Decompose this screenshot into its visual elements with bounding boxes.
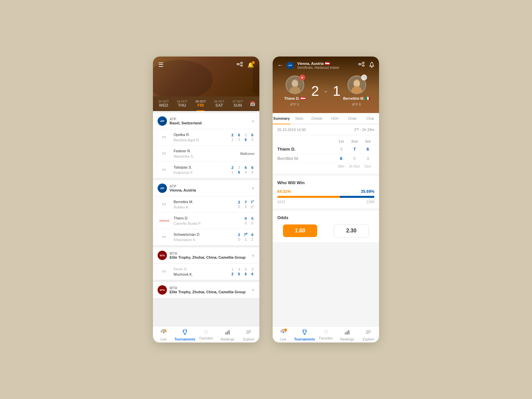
svg-point-14 — [363, 62, 364, 64]
svg-point-1 — [241, 62, 243, 64]
date-wed[interactable]: 24 Oct WED — [154, 96, 173, 111]
players-kenin: Kenin S. Muchová K. — [174, 266, 227, 277]
svg-rect-26 — [345, 332, 346, 334]
nav-live[interactable]: Live — [153, 329, 174, 341]
sets-row-berrettini: Berrittini M. 6 5 3 — [277, 154, 374, 163]
player2-heart[interactable]: ♡ — [361, 74, 367, 80]
tourney-location-basel: Basel, Switzerland — [170, 121, 202, 125]
right-tournaments-icon — [302, 329, 308, 336]
tournament-basel: ATP ATP Basel, Switzerland ∧ — [153, 113, 259, 129]
match-tsitsipas-krajinovic[interactable]: FT Tsitsipas S. Krajinović F. 2 1 3 6 6 … — [153, 162, 259, 178]
match-schwartzman-khachanov[interactable]: FT Schwartzman D. Khachanov K. 2 0 7B 6 … — [153, 229, 259, 245]
right-nav-favorites[interactable]: ♡ Favorites — [315, 329, 336, 341]
nav-rankings[interactable]: Rankings — [217, 329, 238, 341]
set-header-3rd: 3rd — [361, 139, 374, 143]
match-thiem-carreno[interactable]: Retired Thiem D. Carreño Busta P. 0 0 5 … — [153, 213, 259, 229]
set-time-2: 1h 01m — [348, 165, 361, 168]
player2-rublev: Rublev A. — [174, 204, 234, 210]
back-button[interactable]: ← — [277, 62, 283, 69]
share-icon[interactable] — [237, 62, 243, 68]
player2-name: Bautista Agut R. — [174, 137, 227, 143]
collapse-icon-wta2[interactable]: ∨ — [252, 288, 255, 292]
nav-explore[interactable]: Explore — [238, 329, 259, 341]
set-time-1: 39m — [334, 165, 348, 168]
svg-rect-27 — [346, 331, 348, 334]
svg-point-2 — [241, 65, 243, 66]
svg-rect-7 — [225, 332, 226, 334]
scores-opelka: 2 1 6 3 3 6 6 3 — [230, 133, 255, 142]
player2-card: ♡ Berrettini M. 🇮🇹 ATP 8. — [342, 75, 372, 106]
nav-tournaments[interactable]: Tournaments — [174, 329, 196, 341]
tab-details[interactable]: Details — [308, 113, 326, 124]
thiem-set3: 6 — [361, 147, 374, 152]
tab-stats[interactable]: Stats — [290, 113, 308, 124]
nav-rankings-label: Rankings — [220, 337, 234, 341]
match-kenin-muchova[interactable]: FT Kenin S. Muchová K. 1 2 4 6 4 6 — [153, 264, 259, 280]
right-nav-explore[interactable]: Explore — [358, 329, 379, 341]
left-hero: ☰ 🔔 — [153, 57, 259, 96]
right-nav-rankings[interactable]: Rankings — [336, 329, 358, 341]
odd-button-2[interactable]: 2.30 — [334, 224, 369, 237]
sets-player1-name: Thiem D. — [277, 147, 334, 152]
odds-title: Odds — [277, 215, 374, 220]
player1-schwartzman: Schwartzman D. — [174, 232, 234, 237]
svg-point-5 — [163, 331, 165, 333]
right-nav-tournaments[interactable]: Tournaments — [294, 329, 315, 341]
collapse-icon-basel[interactable]: ∧ — [252, 119, 255, 123]
tourney-info-basel: ATP ATP Basel, Switzerland — [158, 116, 202, 126]
notif-dot — [252, 61, 255, 64]
right-nav-live[interactable]: Live — [273, 329, 294, 341]
tourney-type-wta2: WTA — [170, 286, 245, 290]
match-federer-warwinka[interactable]: FT Federer R. Warwinka S. Walkover — [153, 146, 259, 162]
player2-carreno: Carreño Busta P. — [174, 221, 241, 226]
live-dot-right — [284, 329, 287, 331]
tab-h2h[interactable]: H2H — [326, 113, 343, 124]
notification-icon-right[interactable] — [369, 62, 374, 69]
tournament-vienna: ATP ATP Vienna, Austria ∧ — [153, 180, 259, 197]
nav-explore-label: Explore — [243, 337, 254, 341]
collapse-icon-wta1[interactable]: ∧ — [252, 253, 255, 258]
win-bar-fill — [277, 196, 374, 198]
svg-line-3 — [238, 63, 241, 64]
nav-favorites[interactable]: ♡ Favorites — [196, 329, 217, 341]
collapse-icon-vienna[interactable]: ∧ — [252, 186, 255, 191]
calendar-icon[interactable]: 📅 — [247, 98, 258, 109]
date-fri[interactable]: 25 Oct FRI — [192, 96, 210, 111]
player1-label: Thiem D. 🇦🇹 — [284, 96, 306, 101]
main-score: 2 - 1 — [311, 84, 340, 98]
share-icon-right[interactable] — [358, 62, 364, 69]
tourney-info-wta2: WTA WTA Elite Trophy, Zhuhai, China, Cam… — [158, 285, 245, 295]
rankings-icon — [224, 329, 230, 336]
tab-draw[interactable]: Draw — [343, 113, 361, 124]
match-tourney-name: Vienna, Austria 🇦🇹 — [297, 61, 355, 66]
player1-rank: ATP 5. — [290, 103, 300, 106]
left-bottom-nav: Live Tournaments ♡ Favorites — [153, 326, 259, 342]
player2-khachanov: Khachanov K. — [174, 237, 234, 242]
date-sun[interactable]: 27 Oct SUN — [228, 96, 247, 111]
win-percentages: 64.31% 35.69% — [277, 189, 374, 194]
tab-summary[interactable]: Summary — [273, 113, 290, 124]
atp-badge-basel: ATP — [158, 116, 167, 126]
odd-button-1[interactable]: 1.60 — [283, 224, 317, 237]
odds-section: Odds 1.60 2.30 — [273, 210, 379, 242]
match-status-ft6: FT — [158, 270, 171, 273]
menu-icon[interactable]: ☰ — [158, 61, 164, 68]
date-sat[interactable]: 26 Oct SAT — [210, 96, 228, 111]
match-berrettini-rublev[interactable]: FT Berrettini M. Rublev A. 2 0 7 5 77 64 — [153, 197, 259, 213]
right-nav-explore-label: Explore — [363, 337, 374, 341]
bar-orange — [277, 196, 340, 198]
players-tsitsipas: Tsitsipas S. Krajinović F. — [174, 165, 227, 175]
count-right: 2398 — [366, 200, 374, 204]
player2-rank: ATP 8. — [352, 103, 362, 106]
tab-chat[interactable]: Chat — [361, 113, 379, 124]
matches-list: ATP ATP Basel, Switzerland ∧ FT Opelka R… — [153, 111, 259, 326]
right-favorites-icon: ♡ — [324, 329, 328, 335]
match-duration: FT - 2h 33m — [354, 128, 374, 132]
set-header-1st: 1st — [334, 139, 348, 143]
player1-heart[interactable]: ♥ — [299, 74, 305, 80]
notification-icon[interactable]: 🔔 — [247, 62, 254, 68]
match-opelka-bautista[interactable]: FT Opelka R. Bautista Agut R. 2 1 6 3 3 … — [153, 129, 259, 146]
scores-thiem: 0 0 5 0 — [243, 216, 255, 225]
svg-line-4 — [238, 65, 241, 66]
date-thu[interactable]: 24 Oct THU — [173, 96, 192, 111]
